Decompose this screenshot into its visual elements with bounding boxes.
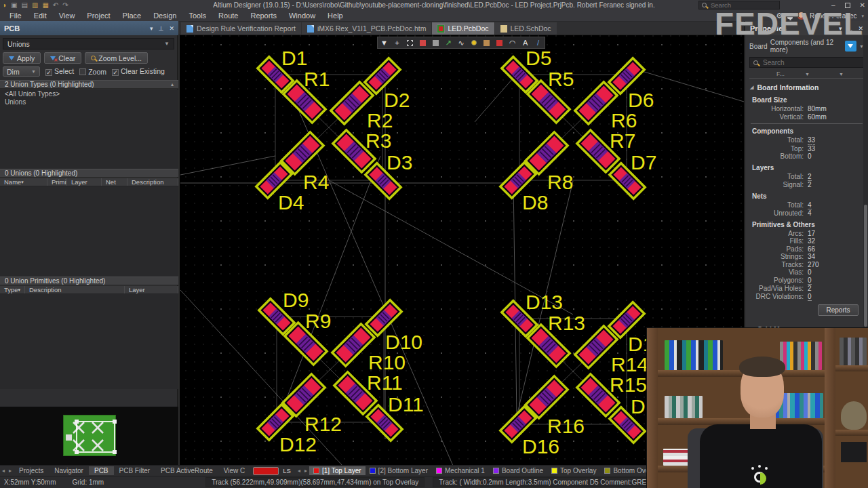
union-type-item[interactable]: Unions bbox=[0, 98, 178, 107]
reports-button[interactable]: Reports bbox=[818, 304, 859, 316]
property-label: Horizontal: bbox=[745, 105, 808, 113]
open-folder-icon[interactable]: ▥ bbox=[32, 1, 38, 9]
minimap-viewport[interactable] bbox=[76, 421, 115, 453]
sort-indicator-icon: ▾ bbox=[21, 180, 24, 185]
union-types-header[interactable]: 2 Union Types (0 Highlighted)▴ bbox=[0, 80, 178, 89]
panel-tab-pcb-activeroute[interactable]: PCB ActiveRoute bbox=[155, 466, 218, 475]
doc-tab-design-rule-verification-report[interactable]: Design Rule Verification Report bbox=[181, 22, 301, 35]
property-value[interactable]: 4 bbox=[808, 201, 812, 210]
apply-button[interactable]: Apply bbox=[3, 52, 41, 64]
save-icon[interactable]: ▣ bbox=[11, 1, 17, 9]
panel-mode-value: Unions bbox=[7, 40, 30, 48]
menu-item-window[interactable]: Window bbox=[283, 11, 321, 20]
doc-tab-led-pcbdoc[interactable]: LED.PcbDoc bbox=[432, 22, 494, 35]
layer-set-widget[interactable]: LS bbox=[253, 467, 293, 475]
layer-tab--1-top-layer[interactable]: [1] Top Layer bbox=[309, 466, 366, 475]
menu-item-file[interactable]: File bbox=[4, 11, 27, 20]
menu-item-edit[interactable]: Edit bbox=[28, 11, 52, 20]
properties-search-input[interactable] bbox=[762, 58, 850, 67]
board-minimap[interactable] bbox=[0, 407, 178, 465]
menu-item-design[interactable]: Design bbox=[148, 11, 182, 20]
differential-pair-icon[interactable]: ∿ bbox=[455, 37, 468, 48]
area-select-icon[interactable] bbox=[403, 37, 416, 48]
layer-set-color-swatch[interactable] bbox=[253, 467, 279, 475]
zoom-level-button[interactable]: Zoom Level... bbox=[85, 52, 148, 64]
column-header-layer[interactable]: Layer bbox=[125, 286, 178, 293]
clear-existing-checkbox[interactable]: ✓Clear Existing bbox=[112, 67, 165, 76]
properties-search[interactable] bbox=[749, 57, 864, 68]
canvas-utility-toolbar: ▼+↗∿◠A/ bbox=[377, 37, 545, 49]
panel-tab-navigator[interactable]: Navigator bbox=[49, 466, 89, 475]
via-icon[interactable] bbox=[467, 37, 480, 48]
layers-scroll-right-icon[interactable]: ▸ bbox=[302, 468, 309, 474]
fill-icon[interactable] bbox=[493, 37, 506, 48]
redo-icon[interactable]: ↷ bbox=[62, 1, 68, 9]
panel-tab-pcb[interactable]: PCB bbox=[89, 466, 114, 475]
panel-tab-pcb-filter[interactable]: PCB Filter bbox=[114, 466, 156, 475]
column-header-description[interactable]: Description bbox=[127, 178, 178, 186]
move-icon[interactable]: + bbox=[391, 37, 403, 48]
layer-tab-board-outline[interactable]: Board Outline bbox=[489, 466, 547, 475]
column-header-net[interactable]: Net bbox=[102, 178, 127, 186]
altium-designer-window: ◗ ▣ ▤ ▥ ▦ ↶ ↷ Altium Designer (19.0.15) … bbox=[0, 0, 868, 488]
column-header-layer[interactable]: Layer bbox=[67, 178, 102, 186]
interactive-route-icon[interactable]: ↗ bbox=[442, 37, 455, 48]
open-project-icon[interactable]: ▦ bbox=[42, 1, 48, 9]
layer-tab--2-bottom-layer[interactable]: [2] Bottom Layer bbox=[366, 466, 432, 475]
layer-tab-mechanical-1[interactable]: Mechanical 1 bbox=[432, 466, 489, 475]
property-value[interactable]: 2 bbox=[808, 173, 812, 182]
layers-scroll-left-icon[interactable]: ◂ bbox=[296, 468, 302, 474]
menu-item-view[interactable]: View bbox=[54, 11, 81, 20]
component-icon[interactable] bbox=[429, 37, 442, 48]
property-value[interactable]: 33 bbox=[808, 136, 815, 145]
panel-dropdown-icon[interactable]: ▾ bbox=[150, 25, 153, 32]
menu-item-route[interactable]: Route bbox=[213, 11, 243, 20]
column-header-name[interactable]: Name ▾ bbox=[0, 178, 47, 186]
doc-tab-led-schdoc[interactable]: LED.SchDoc bbox=[495, 22, 557, 35]
menu-item-place[interactable]: Place bbox=[117, 11, 147, 20]
select-checkbox[interactable]: ✓Select bbox=[45, 67, 74, 76]
clear-button[interactable]: Clear bbox=[44, 52, 81, 64]
union-type-item[interactable]: <All Union Types> bbox=[0, 89, 178, 98]
selection-filter-clipped-row[interactable]: F... ▼ ▼ bbox=[749, 70, 864, 79]
column-header-primit-[interactable]: Primit... bbox=[47, 178, 67, 186]
line-icon[interactable]: / bbox=[532, 37, 545, 48]
panel-tab-projects[interactable]: Projects bbox=[14, 466, 49, 475]
designator-D16: D16 bbox=[522, 435, 559, 458]
panel-mode-select[interactable]: Unions ▼ bbox=[3, 38, 174, 49]
undo-icon[interactable]: ↶ bbox=[53, 1, 58, 9]
menu-item-reports[interactable]: Reports bbox=[245, 11, 282, 20]
print-icon[interactable]: ▤ bbox=[22, 1, 28, 9]
menu-item-help[interactable]: Help bbox=[322, 11, 349, 20]
property-row: Top:33 bbox=[745, 145, 868, 153]
filter-icon[interactable]: ▼ bbox=[378, 37, 391, 48]
pad-icon[interactable] bbox=[416, 37, 429, 48]
string-icon[interactable]: A bbox=[519, 37, 532, 48]
property-label: Arcs: bbox=[745, 230, 808, 238]
scrollbar-thumb[interactable] bbox=[864, 205, 867, 327]
object-filter-button[interactable] bbox=[845, 41, 856, 52]
scroll-right-icon[interactable]: ▸ bbox=[7, 468, 14, 474]
dim-dropdown[interactable]: Dim▼ bbox=[3, 66, 40, 77]
doc-tab-imx6-rex-v1i1-pcb-pcbdoc-htm[interactable]: iMX6 Rex_V1I1_PCB.PcbDoc.htm bbox=[302, 22, 431, 35]
designator-R4: R4 bbox=[303, 171, 329, 193]
column-header-type[interactable]: Type ▾ bbox=[0, 286, 25, 293]
unions-header[interactable]: 0 Unions (0 Highlighted) bbox=[0, 169, 178, 178]
property-row: Arcs:17 bbox=[745, 230, 868, 238]
property-value[interactable]: 0 bbox=[808, 293, 812, 302]
scroll-left-icon[interactable]: ◂ bbox=[0, 468, 7, 474]
column-header-description[interactable]: Description bbox=[25, 286, 125, 293]
menu-item-project[interactable]: Project bbox=[81, 11, 115, 20]
property-value[interactable]: 0 bbox=[808, 277, 812, 285]
zoom-checkbox[interactable]: Zoom bbox=[79, 68, 106, 76]
panel-tab-view-c[interactable]: View C bbox=[218, 466, 251, 475]
board-information-section[interactable]: ◢ Board Information bbox=[745, 79, 868, 93]
layer-tab-top-overlay[interactable]: Top Overlay bbox=[547, 466, 600, 475]
union-primitives-header[interactable]: 0 Union Primitives (0 Highlighted) bbox=[0, 277, 178, 285]
panel-pin-icon[interactable]: ⊥ bbox=[159, 25, 164, 32]
collapse-icon[interactable]: ▴ bbox=[171, 81, 174, 87]
polygon-icon[interactable] bbox=[480, 37, 493, 48]
menu-item-tools[interactable]: Tools bbox=[183, 11, 212, 20]
arc-icon[interactable]: ◠ bbox=[506, 37, 519, 48]
panel-close-icon[interactable]: ✕ bbox=[169, 25, 174, 32]
